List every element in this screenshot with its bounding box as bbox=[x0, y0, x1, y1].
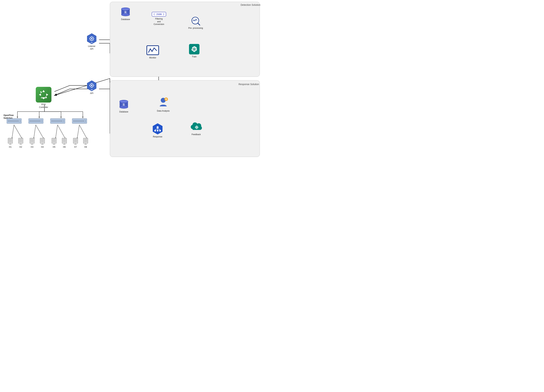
ryu-label: RYUController bbox=[39, 103, 48, 109]
host-h5: H5 bbox=[51, 138, 57, 148]
ryu-node: RYUController bbox=[36, 87, 51, 109]
ryu-icon bbox=[36, 87, 51, 102]
switch4-icon bbox=[72, 118, 87, 124]
svg-point-127 bbox=[53, 120, 54, 122]
svg-point-109 bbox=[15, 120, 16, 122]
svg-text:api: api bbox=[91, 42, 93, 43]
switch3-icon bbox=[50, 118, 65, 124]
svg-point-137 bbox=[73, 120, 74, 122]
train-icon bbox=[189, 44, 200, 55]
svg-rect-168 bbox=[40, 138, 45, 143]
feedback-icon bbox=[190, 120, 202, 132]
host-h2-icon bbox=[18, 138, 24, 145]
svg-point-131 bbox=[59, 120, 59, 122]
svg-line-19 bbox=[55, 125, 58, 139]
svg-point-91 bbox=[157, 130, 159, 131]
svg-line-12 bbox=[14, 125, 22, 139]
svg-point-133 bbox=[61, 120, 62, 122]
feedback-node: Feedback bbox=[190, 120, 202, 136]
host-h4-icon bbox=[39, 138, 45, 145]
svg-line-15 bbox=[34, 125, 36, 139]
svg-point-87 bbox=[166, 99, 167, 100]
svg-point-89 bbox=[157, 126, 159, 128]
svg-point-48 bbox=[91, 38, 92, 39]
svg-point-118 bbox=[34, 120, 35, 122]
host-h8: H8 bbox=[83, 138, 89, 148]
svg-rect-182 bbox=[62, 138, 67, 143]
data-analysis-node: Data Analysis bbox=[157, 97, 170, 113]
svg-rect-175 bbox=[52, 138, 56, 143]
svg-point-105 bbox=[9, 120, 10, 122]
svg-line-40 bbox=[198, 23, 200, 25]
svg-rect-154 bbox=[18, 138, 23, 143]
monitor-icon bbox=[147, 45, 159, 56]
svg-rect-38 bbox=[127, 8, 128, 9]
svg-rect-81 bbox=[123, 100, 124, 101]
database1-node: R Database bbox=[120, 7, 131, 21]
feedback-label: Feedback bbox=[192, 133, 201, 136]
svg-rect-37 bbox=[126, 8, 127, 9]
svg-line-11 bbox=[12, 125, 14, 139]
svg-rect-83 bbox=[125, 100, 127, 101]
svg-point-120 bbox=[37, 120, 38, 122]
host-h7-icon bbox=[72, 138, 78, 145]
svg-point-143 bbox=[82, 120, 83, 122]
svg-rect-147 bbox=[8, 138, 12, 143]
svg-line-22 bbox=[58, 125, 65, 139]
switch1-node bbox=[7, 118, 22, 124]
svg-line-17 bbox=[34, 125, 36, 139]
h3-label: H3 bbox=[31, 146, 33, 148]
svg-point-90 bbox=[154, 130, 156, 131]
json-badge: { JSON } bbox=[152, 12, 166, 17]
svg-point-115 bbox=[30, 120, 31, 122]
svg-rect-161 bbox=[30, 138, 34, 143]
host-h7: H7 bbox=[72, 138, 78, 148]
api-icon: api bbox=[86, 80, 97, 91]
svg-rect-189 bbox=[73, 138, 78, 143]
response-solution-box bbox=[110, 80, 260, 157]
svg-point-139 bbox=[76, 120, 77, 122]
svg-point-138 bbox=[75, 120, 76, 122]
data-analysis-label: Data Analysis bbox=[157, 110, 170, 113]
svg-marker-68 bbox=[39, 94, 41, 96]
api-label: API bbox=[90, 92, 93, 95]
switch2-icon bbox=[28, 118, 43, 124]
host-h3: H3 bbox=[29, 138, 35, 148]
svg-marker-70 bbox=[40, 91, 42, 93]
svg-text:R: R bbox=[124, 11, 127, 14]
svg-point-106 bbox=[11, 120, 12, 122]
svg-point-129 bbox=[56, 120, 57, 122]
response-solution-label: Response Solution bbox=[238, 83, 259, 86]
svg-point-98 bbox=[196, 127, 197, 128]
host-h6-icon bbox=[61, 138, 67, 145]
svg-text:api: api bbox=[91, 89, 93, 90]
svg-point-60 bbox=[91, 85, 92, 86]
svg-point-119 bbox=[35, 120, 36, 122]
svg-point-116 bbox=[31, 120, 32, 122]
svg-marker-69 bbox=[46, 94, 48, 96]
svg-point-132 bbox=[60, 120, 61, 122]
h5-label: H5 bbox=[53, 146, 55, 148]
host-h1-icon bbox=[7, 138, 13, 145]
monitor-label: Monitor bbox=[149, 57, 156, 59]
svg-point-121 bbox=[38, 120, 39, 122]
svg-rect-34 bbox=[122, 8, 123, 9]
svg-point-128 bbox=[54, 120, 55, 122]
api-node: api API bbox=[86, 80, 97, 95]
svg-point-108 bbox=[13, 120, 14, 122]
h6-label: H6 bbox=[63, 146, 65, 148]
switch4-node bbox=[72, 118, 87, 124]
host-h1: H1 bbox=[7, 138, 13, 148]
svg-text:R: R bbox=[123, 103, 125, 106]
host-h8-icon bbox=[83, 138, 89, 145]
svg-point-130 bbox=[57, 120, 58, 122]
svg-line-18 bbox=[36, 125, 44, 139]
listener-api-label: ListenerAPI bbox=[88, 45, 95, 50]
database2-label: Database bbox=[119, 111, 128, 113]
svg-line-23 bbox=[77, 125, 79, 139]
database1-label: Database bbox=[121, 18, 130, 21]
host-h2: H2 bbox=[18, 138, 24, 148]
switch3-node bbox=[50, 118, 65, 124]
svg-line-21 bbox=[55, 125, 58, 139]
monitor-node: Monitor bbox=[147, 45, 159, 59]
